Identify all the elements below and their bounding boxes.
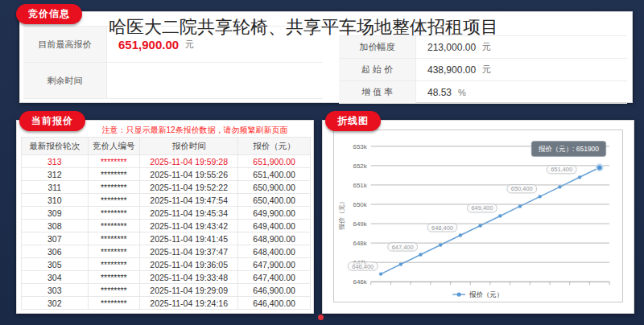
round-cell: 309 xyxy=(22,207,89,220)
pager-dot[interactable] xyxy=(318,315,324,320)
bid-info-value xyxy=(107,63,323,98)
round-cell: 302 xyxy=(22,297,89,310)
price-cell: 648,400.00 xyxy=(238,245,311,258)
bidder-cell: ******** xyxy=(88,194,140,207)
current-bids-badge: 当前报价 xyxy=(19,111,85,131)
bid-table-row: 305********2025-11-04 19:36:05647,900.00 xyxy=(22,258,311,271)
value-text: 651,900.00 xyxy=(118,38,179,51)
round-cell: 312 xyxy=(22,168,89,181)
round-cell: 310 xyxy=(22,194,89,207)
bids-column-header: 最新报价轮次 xyxy=(22,138,89,155)
svg-text:653k: 653k xyxy=(353,143,367,150)
price-cell: 650,400.00 xyxy=(238,194,311,207)
round-cell: 308 xyxy=(22,220,89,232)
svg-text:652k: 652k xyxy=(353,162,367,170)
bidder-cell: ******** xyxy=(88,284,140,297)
round-cell: 306 xyxy=(22,245,89,258)
bidder-cell: ******** xyxy=(88,232,140,245)
value-unit: % xyxy=(458,88,466,97)
bid-info-value: 213,000.00元 xyxy=(416,36,627,58)
bid-info-row: 剩余时间 xyxy=(23,63,323,99)
value-unit: 元 xyxy=(482,64,491,76)
price-cell: 650,900.00 xyxy=(238,181,311,194)
value-unit: 元 xyxy=(185,39,194,51)
price-cell: 647,900.00 xyxy=(238,258,311,271)
bidder-cell: ******** xyxy=(88,155,140,168)
value-text: 438,900.00 xyxy=(427,64,476,76)
line-chart-badge: 折线图 xyxy=(325,111,381,131)
time-cell: 2025-11-04 19:43:42 xyxy=(140,220,238,232)
bid-table-row: 304********2025-11-04 19:33:48647,400.00 xyxy=(22,271,311,284)
svg-text:649k: 649k xyxy=(353,220,367,228)
bid-info-value: 48.53% xyxy=(416,81,627,103)
svg-text:649,400: 649,400 xyxy=(471,205,493,212)
bidder-cell: ******** xyxy=(88,258,140,271)
bids-table-header-row: 最新报价轮次竞价人编号报价时间报价（元） xyxy=(22,138,311,155)
price-cell: 651,400.00 xyxy=(238,168,311,181)
bid-info-label: 剩余时间 xyxy=(23,63,107,98)
time-cell: 2025-11-04 19:55:26 xyxy=(140,168,238,181)
bid-table-row: 313********2025-11-04 19:59:28651,900.00 xyxy=(22,155,311,168)
line-chart[interactable]: 653k652k651k650k649k648k647k646k报价（元）646… xyxy=(333,130,623,302)
refresh-notice: 注意：只显示最新12条报价数据，请勿频繁刷新页面 xyxy=(83,125,307,136)
auction-bidding-page: 竞价信息 哈医大二院共享轮椅、共享平车场地整体招租项目 目前最高报价651,90… xyxy=(0,0,644,325)
bids-column-header: 竞价人编号 xyxy=(88,138,140,155)
bidder-cell: ******** xyxy=(88,220,140,232)
bidder-cell: ******** xyxy=(88,245,140,258)
bid-table-row: 306********2025-11-04 19:37:47648,400.00 xyxy=(22,245,311,258)
bid-info-label: 增 值 率 xyxy=(339,81,416,103)
svg-text:648k: 648k xyxy=(353,240,367,247)
price-cell: 651,900.00 xyxy=(238,155,311,168)
current-bids-panel: 注意：只显示最新12条报价数据，请勿频繁刷新页面 最新报价轮次竞价人编号报价时间… xyxy=(16,120,314,314)
bid-info-value: 438,900.00元 xyxy=(416,59,627,80)
svg-text:报价（元）: 651900: 报价（元）: 651900 xyxy=(538,145,599,153)
price-cell: 647,400.00 xyxy=(238,271,311,284)
bidder-cell: ******** xyxy=(88,297,140,310)
value-text: 48.53 xyxy=(427,87,452,98)
svg-text:650k: 650k xyxy=(353,201,367,208)
bid-info-panel: 哈医大二院共享轮椅、共享平车场地整体招租项目 目前最高报价651,900.00元… xyxy=(19,11,633,103)
bid-info-row: 起 始 价438,900.00元 xyxy=(339,59,627,81)
time-cell: 2025-11-04 19:36:05 xyxy=(140,258,238,271)
bid-info-badge: 竞价信息 xyxy=(16,4,82,24)
bid-table-row: 312********2025-11-04 19:55:26651,400.00 xyxy=(22,168,311,181)
bidder-cell: ******** xyxy=(88,168,140,181)
svg-text:646,400: 646,400 xyxy=(352,263,374,270)
svg-text:650,400: 650,400 xyxy=(511,185,533,192)
bidder-cell: ******** xyxy=(88,271,140,284)
svg-text:646k: 646k xyxy=(353,278,367,286)
time-cell: 2025-11-04 19:29:09 xyxy=(140,284,238,297)
time-cell: 2025-11-04 19:24:16 xyxy=(140,297,238,310)
svg-text:647,400: 647,400 xyxy=(392,244,414,251)
round-cell: 303 xyxy=(22,284,89,297)
svg-text:报价（元）: 报价（元） xyxy=(338,198,345,231)
bid-info-label: 目前最高报价 xyxy=(23,27,107,62)
line-chart-panel: 653k652k651k650k649k648k647k646k报价（元）646… xyxy=(322,120,634,314)
bid-table-row: 311********2025-11-04 19:52:22650,900.00 xyxy=(22,181,311,194)
bids-column-header: 报价时间 xyxy=(140,138,238,155)
time-cell: 2025-11-04 19:47:54 xyxy=(140,194,238,207)
price-cell: 649,400.00 xyxy=(238,220,311,232)
price-cell: 646,900.00 xyxy=(238,284,311,297)
bid-info-row: 增 值 率48.53% xyxy=(339,81,627,104)
bid-table-row: 309********2025-11-04 19:45:34649,900.00 xyxy=(22,207,311,220)
round-cell: 311 xyxy=(22,181,89,194)
bids-table: 最新报价轮次竞价人编号报价时间报价（元） 313********2025-11-… xyxy=(21,137,311,310)
bid-table-row: 302********2025-11-04 19:24:16646,400.00 xyxy=(22,297,311,310)
price-cell: 649,900.00 xyxy=(238,207,311,220)
bidder-cell: ******** xyxy=(88,181,140,194)
bid-info-label: 起 始 价 xyxy=(339,59,416,80)
svg-text:648,400: 648,400 xyxy=(431,224,453,232)
price-cell: 648,900.00 xyxy=(238,232,311,245)
svg-text:651,400: 651,400 xyxy=(551,166,572,173)
round-cell: 313 xyxy=(22,155,89,168)
bid-info-row: 加价幅度213,000.00元 xyxy=(339,36,627,59)
time-cell: 2025-11-04 19:59:28 xyxy=(140,155,238,168)
bids-column-header: 报价（元） xyxy=(238,138,311,155)
bid-table-row: 307********2025-11-04 19:41:45648,900.00 xyxy=(22,232,311,245)
line-chart-svg[interactable]: 653k652k651k650k649k648k647k646k报价（元）646… xyxy=(334,130,622,302)
time-cell: 2025-11-04 19:41:45 xyxy=(140,232,238,245)
price-cell: 646,400.00 xyxy=(238,297,311,310)
svg-text:651k: 651k xyxy=(353,182,367,189)
round-cell: 304 xyxy=(22,271,89,284)
